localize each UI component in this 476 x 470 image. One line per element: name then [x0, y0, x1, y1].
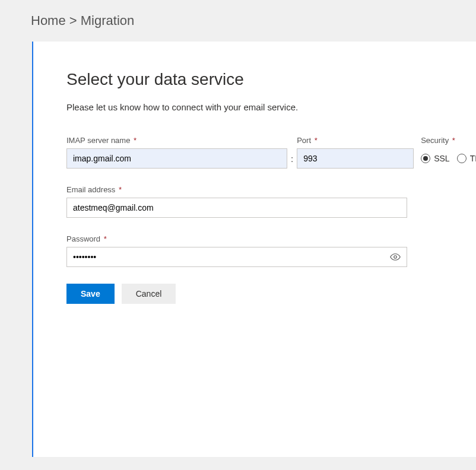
radio-selected-icon: [421, 154, 430, 163]
security-tls-radio[interactable]: TLS: [457, 154, 476, 163]
svg-point-0: [394, 256, 397, 259]
server-port-separator: :: [287, 154, 297, 169]
security-label: Security *: [421, 136, 476, 145]
password-label: Password *: [66, 234, 407, 243]
breadcrumb-home[interactable]: Home: [31, 13, 66, 28]
security-field: Security * SSL TLS: [421, 136, 476, 169]
button-row: Save Cancel: [66, 284, 443, 304]
migration-panel: Select your data service Please let us k…: [32, 42, 476, 457]
save-button[interactable]: Save: [66, 284, 115, 304]
imap-input[interactable]: [66, 148, 287, 169]
password-input[interactable]: [73, 248, 390, 266]
port-field: Port *: [297, 136, 414, 169]
imap-label: IMAP server name *: [66, 136, 287, 145]
radio-unselected-icon: [457, 154, 467, 163]
breadcrumb: Home > Migration: [0, 0, 476, 42]
email-input[interactable]: [66, 198, 407, 218]
password-field: Password *: [66, 234, 407, 267]
breadcrumb-separator: >: [69, 13, 77, 28]
port-input[interactable]: [297, 148, 414, 169]
breadcrumb-current: Migration: [81, 13, 134, 28]
reveal-password-icon[interactable]: [390, 252, 401, 262]
imap-field: IMAP server name *: [66, 136, 287, 169]
email-field: Email address *: [66, 185, 407, 218]
email-label: Email address *: [66, 185, 407, 194]
server-row: IMAP server name * : Port * Security * S…: [66, 136, 443, 169]
cancel-button[interactable]: Cancel: [122, 284, 176, 304]
page-title: Select your data service: [66, 70, 443, 89]
port-label: Port *: [297, 136, 414, 145]
page-subtitle: Please let us know how to connect with y…: [66, 102, 443, 112]
security-ssl-radio[interactable]: SSL: [421, 154, 449, 163]
